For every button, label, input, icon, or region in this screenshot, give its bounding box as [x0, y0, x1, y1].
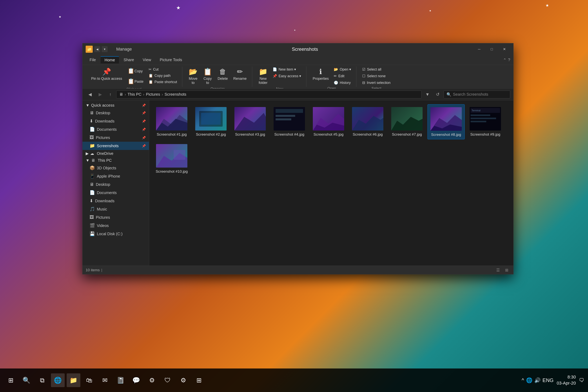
file-item-7[interactable]: Screenshot #7.jpg	[388, 104, 426, 139]
settings-button[interactable]: ⚙	[176, 374, 190, 387]
sidebar-item-videos[interactable]: 🎬 Videos	[82, 222, 149, 230]
sidebar-item-iphone[interactable]: 📱 Apple iPhone	[82, 172, 149, 180]
cut-button[interactable]: ✂ Cut	[146, 66, 179, 72]
shield-button[interactable]: 🛡	[161, 374, 174, 387]
select-all-button[interactable]: ☑ Select all	[360, 66, 392, 72]
history-button[interactable]: 🕐 History	[332, 80, 353, 86]
properties-button[interactable]: ℹ Properties	[310, 66, 331, 82]
refresh-button[interactable]: ↺	[433, 90, 442, 98]
forward-button[interactable]: ▶	[96, 90, 104, 98]
mail-button[interactable]: ✉	[98, 374, 112, 387]
file-item-9[interactable]: Terminal Screenshot #9.jpg	[467, 104, 504, 139]
copy-to-button[interactable]: 📋 Copyto	[201, 66, 214, 86]
invert-selection-button[interactable]: ⊟ Invert selection	[360, 80, 392, 86]
clock[interactable]: 8:30 03-Apr-20	[557, 374, 576, 386]
path-expand-btn[interactable]: ▼	[423, 90, 432, 98]
task-view-button[interactable]: ⧉	[35, 374, 49, 387]
path-thispc[interactable]: This PC	[128, 92, 142, 97]
tab-share[interactable]: Share	[120, 56, 138, 63]
paste-button[interactable]: 📋 Paste	[125, 77, 146, 86]
delete-button[interactable]: 🗑 Delete	[215, 66, 230, 82]
file-item-4[interactable]: Screenshot #4.jpg	[271, 104, 308, 139]
file-item-2[interactable]: Screenshot #2.jpg	[192, 104, 230, 139]
nav-back-btn[interactable]: ◀	[94, 46, 100, 52]
hidden-icons-button[interactable]: ^	[522, 377, 524, 384]
sidebar-item-documents[interactable]: 📄 Documents 📌	[82, 125, 149, 134]
back-button[interactable]: ◀	[86, 90, 94, 98]
notification-button[interactable]: 🗨	[579, 377, 584, 384]
content-area: ▼ Quick access 📌 🖥 Desktop 📌 ⬇ Downloads…	[82, 100, 513, 266]
sidebar-item-3dobjects[interactable]: 📦 3D Objects	[82, 164, 149, 172]
tab-picture-tools[interactable]: Picture Tools	[156, 56, 186, 63]
tab-file[interactable]: File	[86, 56, 100, 63]
help-btn[interactable]: ?	[508, 58, 510, 62]
easy-access-button[interactable]: 📌 Easy access ▾	[271, 73, 303, 79]
network-icon[interactable]: 🌐	[526, 377, 532, 384]
sidebar-item-localdisk[interactable]: 💾 Local Disk (C:)	[82, 230, 149, 238]
pin-icon-documents: 📌	[142, 128, 146, 131]
tab-home[interactable]: Home	[100, 56, 119, 64]
tab-view[interactable]: View	[139, 56, 155, 63]
edge-button[interactable]: 🌐	[51, 374, 65, 387]
maximize-button[interactable]: □	[486, 45, 498, 53]
whatsapp-button[interactable]: 💬	[129, 374, 143, 387]
file-item-1[interactable]: Screenshot #1.jpg	[153, 104, 190, 139]
paste-shortcut-button[interactable]: 📋 Paste shortcut	[146, 79, 179, 85]
path-screenshots[interactable]: Screenshots	[164, 92, 186, 97]
sidebar-item-screenshots[interactable]: 📁 Screenshots 📌	[82, 142, 149, 150]
sidebar-item-music[interactable]: 🎵 Music	[82, 205, 149, 213]
sidebar-3dobjects-label: 3D Objects	[97, 166, 116, 170]
up-button[interactable]: ↑	[106, 90, 115, 98]
copy-button[interactable]: 📋 Copy	[125, 66, 146, 76]
sidebar-item-desktop[interactable]: 🖥 Desktop 📌	[82, 109, 149, 117]
start-button[interactable]: ⊞	[4, 374, 18, 387]
sidebar-item-pictures-pc[interactable]: 🖼 Pictures	[82, 213, 149, 222]
select-none-button[interactable]: ☐ Select none	[360, 73, 392, 79]
select-none-label: Select none	[367, 74, 386, 78]
nav-down-btn[interactable]: ▼	[102, 46, 108, 52]
file-item-3[interactable]: Screenshot #3.jpg	[232, 104, 269, 139]
sidebar-item-downloads-pc[interactable]: ⬇ Downloads	[82, 197, 149, 205]
onenote-button[interactable]: 📓	[114, 374, 128, 387]
search-button[interactable]: 🔍	[20, 374, 33, 387]
file-item-8[interactable]: Screenshot #8.jpg	[428, 104, 465, 139]
list-view-button[interactable]: ☰	[494, 266, 502, 274]
thispc-header[interactable]: ▼ 🖥 This PC	[82, 157, 149, 164]
file-item-5[interactable]: Screenshot #5.jpg	[310, 104, 347, 139]
grid-view-button[interactable]: ⊞	[503, 266, 510, 274]
sidebar-item-documents-pc[interactable]: 📄 Documents	[82, 188, 149, 197]
path-pictures[interactable]: Pictures	[146, 92, 160, 97]
sound-icon[interactable]: 🔊	[534, 377, 540, 384]
sidebar-item-desktop-pc[interactable]: 🖥 Desktop	[82, 180, 149, 188]
file-item-6[interactable]: Screenshot #6.jpg	[349, 104, 386, 139]
paste-label: Paste	[134, 80, 144, 84]
quick-access-header[interactable]: ▼ Quick access 📌	[82, 102, 149, 109]
path-home-icon: 🖥	[119, 92, 123, 97]
svg-rect-7	[276, 115, 295, 117]
address-path[interactable]: 🖥 › This PC › Pictures › Screenshots	[116, 90, 422, 98]
edit-button[interactable]: ✏ Edit	[332, 73, 353, 79]
sidebar-item-downloads[interactable]: ⬇ Downloads 📌	[82, 117, 149, 125]
close-button[interactable]: ✕	[498, 45, 510, 53]
new-item-button[interactable]: 📄 New item ▾	[271, 66, 303, 72]
search-box[interactable]: 🔍 Search Screenshots	[444, 90, 510, 98]
language-label[interactable]: ENG	[542, 377, 554, 384]
file-name-5: Screenshot #5.jpg	[314, 132, 344, 137]
sidebar-item-pictures[interactable]: 🖼 Pictures 📌	[82, 134, 149, 142]
rename-button[interactable]: ✏ Rename	[231, 66, 249, 82]
copy-path-button[interactable]: 📋 Copy path	[146, 73, 179, 78]
file-item-10[interactable]: Screenshot #10.jpg	[153, 141, 190, 176]
pin-to-quick-access-button[interactable]: 📌 Pin to Quick access	[89, 66, 124, 82]
grid-app-button[interactable]: ⊞	[192, 374, 206, 387]
copy-icon: 📋	[128, 68, 134, 74]
app1-button[interactable]: ⚙	[145, 374, 159, 387]
file-explorer-button[interactable]: 📁	[67, 374, 80, 387]
onedrive-header[interactable]: ▶ ☁ OneDrive	[82, 150, 149, 157]
store-button[interactable]: 🛍	[82, 374, 96, 387]
move-to-button[interactable]: 📂 Moveto	[186, 66, 200, 86]
new-folder-button[interactable]: 📁 Newfolder	[256, 66, 270, 86]
open-button[interactable]: 📂 Open ▾	[332, 66, 353, 72]
minimize-button[interactable]: ─	[473, 45, 485, 53]
manage-tab[interactable]: Manage	[112, 46, 136, 53]
ribbon-collapse-btn[interactable]: ⌃	[503, 58, 506, 62]
